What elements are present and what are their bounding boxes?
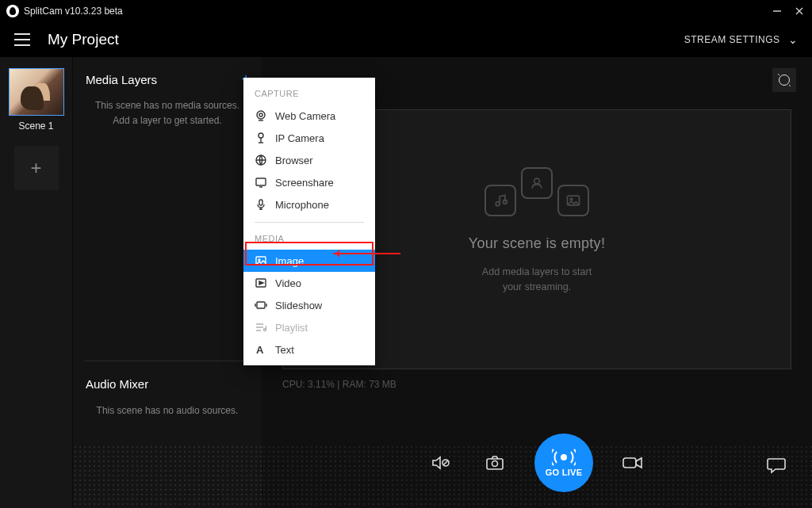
menu-item-playlist[interactable]: Playlist xyxy=(243,316,375,338)
app-title: SplitCam v10.3.23 beta xyxy=(24,6,123,17)
empty-sub-line1: Add media layers to start xyxy=(482,266,592,277)
scene-label: Scene 1 xyxy=(18,120,53,132)
menu-item-web-camera[interactable]: Web Camera xyxy=(243,105,375,127)
record-button[interactable] xyxy=(619,452,647,474)
bottom-toolbar: GO LIVE xyxy=(262,417,812,508)
chevron-down-icon: ⌄ xyxy=(788,33,799,46)
menu-section-media: MEDIA xyxy=(243,231,375,250)
sun-icon xyxy=(779,74,790,86)
music-icon xyxy=(485,185,516,216)
menu-item-video[interactable]: Video xyxy=(243,272,375,294)
image-icon xyxy=(557,185,589,216)
menu-item-label: Slideshow xyxy=(275,300,322,311)
svg-rect-13 xyxy=(623,458,636,468)
menu-item-image[interactable]: Image xyxy=(243,250,375,272)
playlist-icon xyxy=(255,321,267,334)
minimize-button[interactable] xyxy=(771,5,783,17)
scenes-panel: Scene 1 + xyxy=(0,57,73,508)
app-logo xyxy=(6,5,19,17)
layers-title: Media Layers xyxy=(86,73,157,86)
svg-point-14 xyxy=(257,111,265,119)
mute-button[interactable] xyxy=(427,452,455,474)
mixer-title: Audio Mixer xyxy=(73,361,262,405)
close-button[interactable] xyxy=(793,5,806,17)
empty-sub-line2: your streaming. xyxy=(503,281,571,292)
empty-title: Your scene is empty! xyxy=(469,235,605,252)
globe-icon xyxy=(255,154,267,166)
decorative-dots xyxy=(73,445,262,508)
menu-item-ip-camera[interactable]: IP Camera xyxy=(243,127,375,149)
menu-item-label: Text xyxy=(275,344,294,356)
menu-button[interactable] xyxy=(14,33,30,46)
add-layer-menu: CAPTURE Web Camera IP Camera Browser Scr… xyxy=(243,78,375,365)
svg-text:A: A xyxy=(256,344,264,356)
stream-settings-button[interactable]: STREAM SETTINGS ⌄ xyxy=(684,33,798,46)
scene-thumbnail xyxy=(9,68,64,116)
menu-section-capture: CAPTURE xyxy=(243,86,375,105)
slideshow-icon xyxy=(255,299,267,311)
menu-item-label: Playlist xyxy=(275,322,308,334)
main: Scene 1 + Media Layers + This scene has … xyxy=(0,57,812,508)
text-icon: A xyxy=(255,343,267,356)
menu-item-browser[interactable]: Browser xyxy=(243,149,375,171)
scene-item[interactable]: Scene 1 xyxy=(9,68,64,132)
go-live-button[interactable]: GO LIVE xyxy=(534,434,593,492)
broadcast-icon xyxy=(552,449,576,466)
ip-camera-icon xyxy=(255,132,267,144)
camera-icon xyxy=(521,167,553,199)
menu-item-microphone[interactable]: Microphone xyxy=(243,193,375,216)
snapshot-button[interactable] xyxy=(481,452,509,474)
menu-item-label: Microphone xyxy=(275,199,329,211)
webcam-icon xyxy=(255,109,267,122)
add-scene-button[interactable]: + xyxy=(14,146,59,190)
svg-point-11 xyxy=(492,460,498,466)
menu-item-label: Web Camera xyxy=(275,110,335,122)
video-icon xyxy=(255,277,267,289)
project-title: My Project xyxy=(48,31,119,48)
empty-state-icons xyxy=(485,185,589,216)
svg-rect-23 xyxy=(257,302,265,308)
menu-item-label: Screenshare xyxy=(275,177,334,189)
titlebar: SplitCam v10.3.23 beta xyxy=(0,0,812,22)
svg-point-7 xyxy=(570,198,573,201)
menu-item-label: Video xyxy=(275,277,301,289)
svg-line-9 xyxy=(443,460,448,465)
layers-empty-text: This scene has no media sources. Add a l… xyxy=(73,98,262,128)
menu-item-label: IP Camera xyxy=(275,132,324,144)
svg-point-12 xyxy=(561,455,566,460)
layers-panel: Media Layers + This scene has no media s… xyxy=(73,57,262,508)
mixer-empty-text: This scene has no audio sources. xyxy=(73,405,262,416)
menu-divider xyxy=(255,222,364,223)
screen-icon xyxy=(255,176,267,189)
svg-point-5 xyxy=(534,178,540,184)
system-stats: CPU: 3.11% | RAM: 73 MB xyxy=(282,379,396,390)
brightness-button[interactable] xyxy=(772,68,796,92)
svg-point-15 xyxy=(259,113,262,116)
menu-item-label: Browser xyxy=(275,155,313,166)
menu-item-label: Image xyxy=(275,255,304,267)
menu-item-slideshow[interactable]: Slideshow xyxy=(243,294,375,316)
svg-rect-19 xyxy=(259,200,262,205)
empty-subtitle: Add media layers to start your streaming… xyxy=(482,265,592,295)
svg-point-21 xyxy=(259,259,260,261)
menu-item-text[interactable]: A Text xyxy=(243,338,375,361)
stream-settings-label: STREAM SETTINGS xyxy=(684,34,780,45)
menu-item-screenshare[interactable]: Screenshare xyxy=(243,171,375,193)
svg-point-16 xyxy=(259,133,263,138)
chat-button[interactable] xyxy=(766,456,787,475)
svg-rect-18 xyxy=(256,178,266,185)
header: My Project STREAM SETTINGS ⌄ xyxy=(0,22,812,57)
microphone-icon xyxy=(255,198,267,211)
image-icon xyxy=(255,254,267,267)
go-live-label: GO LIVE xyxy=(546,468,583,477)
